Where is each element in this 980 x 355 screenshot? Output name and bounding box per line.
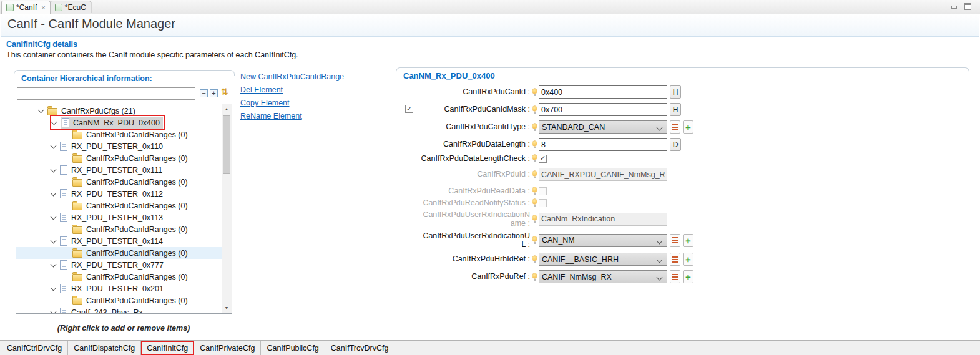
tree-item[interactable]: CanIf_243_Phys_Rx [16,306,222,314]
expand-all-button[interactable]: + [210,89,218,97]
section-description: This container containers the CanIf modu… [6,51,298,59]
option-list-button[interactable] [670,253,680,266]
close-icon[interactable]: × [41,4,45,11]
document-icon [60,236,67,246]
CanIfRxPduDataLengthCheck-checkbox[interactable]: ✓ [539,155,547,163]
add-option-button[interactable]: + [683,270,693,283]
scrollbar-thumb[interactable] [223,115,230,174]
CanIfRxPduHrhIdRef-dropdown[interactable]: CANIF__BASIC_HRH [539,253,667,266]
CanIfRxPduUserRxIndicationUL-dropdown[interactable]: CAN_NM [539,234,667,247]
plus-icon: + [685,236,691,245]
form-row: CanIfRxPduId : [400,168,667,181]
chevron-down-icon[interactable] [51,166,57,172]
tree-item[interactable]: RX_PDU_TESTER_0x777 [16,259,222,271]
collapse-all-button[interactable]: − [200,89,208,97]
tab-canifprivatecfg[interactable]: CanIfPrivateCfg [194,341,261,355]
scroll-down-icon[interactable]: ▼ [222,303,231,313]
editor-frame-left [2,37,2,340]
tree-item[interactable]: CanIfRxPduCanIdRanges (0) [16,223,222,235]
scroll-up-icon[interactable]: ▲ [222,104,231,114]
tree-item[interactable]: CanIfRxPduCanIdRanges (0) [16,176,222,188]
copy-element-link[interactable]: Copy Element [240,99,344,107]
radix-hex-button[interactable]: H [670,103,681,116]
folder-icon [72,298,82,305]
tree-item[interactable]: RX_PDU_TESTER_0x114 [16,235,222,247]
tab-canifdispatchcfg[interactable]: CanIfDispatchCfg [68,341,141,355]
tree-item[interactable]: CanIfRxPduCanIdRanges (0) [16,129,222,140]
document-icon [60,260,67,270]
plus-icon: + [685,122,691,132]
add-option-button[interactable]: + [683,253,693,266]
plus-icon: + [685,272,691,281]
add-option-button[interactable]: + [683,234,693,247]
editor-tab-canif[interactable]: *CanIf × [1,1,51,14]
tree-item[interactable]: RX_PDU_TESTER_0x110 [16,140,222,152]
new-canidrange-link[interactable]: New CanIfRxPduCanIdRange [240,72,344,81]
rename-element-link[interactable]: ReName Element [240,112,344,120]
detail-panel: CanNM_Rx_PDU_0x400 ✓ CanIfRxPduCanId : H… [396,67,969,333]
tree-item[interactable]: CanIfRxPduCanIdRanges (0) [16,152,222,164]
form-row: CanIfRxPduDataLengthCheck : ✓ [400,154,547,163]
CanIfRxPduCanId-input[interactable] [539,85,667,99]
action-links: New CanIfRxPduCanIdRange Del Element Cop… [240,72,344,120]
tree-item-label: CanIfRxPduCanIdRanges (0) [86,249,188,258]
hint-bulb-icon [532,124,537,131]
CanIfRxPduRef-dropdown[interactable]: CANIF_NmMsg_RX [539,270,667,283]
tab-canifinitcfg[interactable]: CanIfInitCfg [141,341,194,355]
annotation-box: CanNM_Rx_PDU_0x400 [51,116,164,129]
tree-item[interactable]: RX_PDU_TESTER_0x111 [16,164,222,176]
chevron-down-icon [657,257,663,263]
editor-icon [55,4,62,11]
del-element-link[interactable]: Del Element [240,85,344,94]
CanIfRxPduCanIdType-dropdown[interactable]: STANDARD_CAN [539,120,667,134]
form-row: CanIfRxPduHrhIdRef : CANIF__BASIC_HRH + [400,253,693,266]
tree-item-hovered[interactable]: CanIfRxPduCanIdRanges (0) [16,247,222,259]
tree-item-label: RX_PDU_TESTER_0x110 [71,142,163,151]
document-icon [62,118,69,127]
chevron-down-icon[interactable] [51,284,57,291]
chevron-down-icon[interactable] [51,237,57,243]
tree-scrollbar[interactable]: ▲ ▼ [222,104,232,313]
maximize-view-button[interactable] [964,3,971,10]
tree-filter-input[interactable] [17,87,195,100]
chevron-down-icon[interactable] [51,119,57,125]
chevron-down-icon[interactable] [51,213,57,220]
minimize-view-button[interactable] [951,4,957,9]
form-row: CanIfRxPduCanIdMask : H [400,103,681,116]
editor-tab-ecuc[interactable]: *EcuC [51,1,91,14]
tree-item[interactable]: CanIfRxPduCanIdRanges (0) [16,294,222,306]
link-with-editor-icon[interactable]: ⇅ [221,87,228,97]
CanIfRxPduCanIdMask-input[interactable] [539,103,667,116]
hint-bulb-icon [532,199,537,207]
chevron-down-icon[interactable] [51,142,57,148]
chevron-down-icon[interactable] [51,261,57,267]
tab-canifctrldrvcfg[interactable]: CanIfCtrlDrvCfg [1,341,68,355]
tree-item[interactable]: RX_PDU_TESTER_0x113 [16,212,222,223]
tree-item-label: CanIfRxPduCanIdRanges (0) [86,154,188,163]
radix-hex-button[interactable]: H [670,85,681,99]
chevron-down-icon[interactable] [38,107,44,113]
option-list-button[interactable] [670,270,680,283]
folder-icon [72,155,82,163]
editor-icon [6,4,14,11]
tree-item-label: RX_PDU_TESTER_0x111 [71,166,162,175]
chevron-down-icon[interactable] [51,190,57,196]
tree-item[interactable]: CanIfRxPduCanIdRanges (0) [16,271,222,283]
chevron-down-icon[interactable] [51,308,57,314]
tree-item[interactable]: RX_PDU_TESTER_0x201 [16,283,222,294]
tree-item-selected[interactable]: CanNM_Rx_PDU_0x400 [16,117,222,129]
tab-canifpubliccfg[interactable]: CanIfPublicCfg [261,341,325,355]
tree-item-label: CanNM_Rx_PDU_0x400 [73,119,160,127]
tree-item[interactable]: CanIfRxPduCfgs (21) [16,105,222,117]
tree-item[interactable]: CanIfRxPduCanIdRanges (0) [16,200,222,212]
CanIfRxPduDataLength-input[interactable] [539,138,667,151]
list-icon [672,124,678,130]
tab-caniftrcvdrvcfg[interactable]: CanIfTrcvDrvCfg [325,341,395,355]
chevron-down-icon [657,275,663,281]
add-option-button[interactable]: + [683,120,693,134]
radix-dec-button[interactable]: D [670,138,681,151]
option-list-button[interactable] [670,234,680,247]
tree-item[interactable]: RX_PDU_TESTER_0x112 [16,188,222,200]
option-list-button[interactable] [670,120,680,134]
bottom-tabbar: CanIfCtrlDrvCfg CanIfDispatchCfg CanIfIn… [0,340,980,355]
